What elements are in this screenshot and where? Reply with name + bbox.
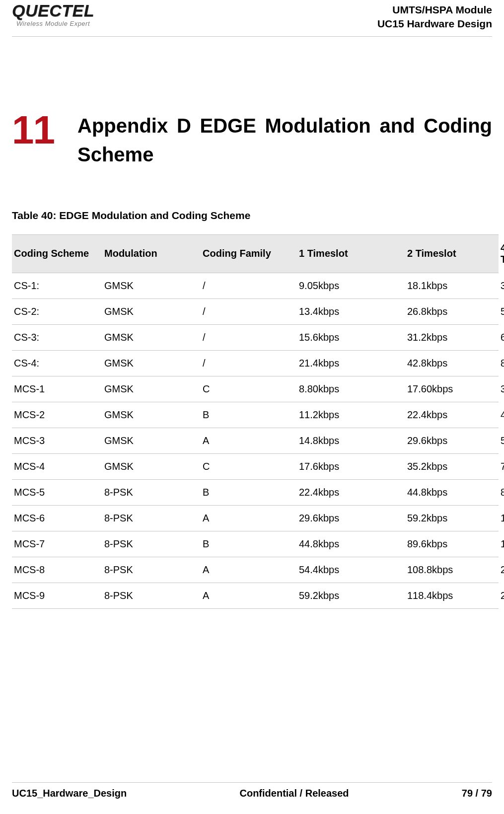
table-cell: GMSK — [102, 376, 201, 402]
table-cell: GMSK — [102, 324, 201, 350]
table-cell: 17.6kbps — [297, 453, 405, 479]
table-cell: 11.2kbps — [297, 402, 405, 428]
col-2-timeslot: 2 Timeslot — [405, 234, 499, 273]
table-row: MCS-78-PSKB44.8kbps89.6kbps179.2kbps — [12, 531, 499, 557]
col-1-timeslot: 1 Timeslot — [297, 234, 405, 273]
table-cell: MCS-8 — [12, 557, 102, 583]
table-cell: GMSK — [102, 350, 201, 376]
table-cell: 31.2kbps — [405, 324, 499, 350]
table-cell: MCS-3 — [12, 428, 102, 453]
table-cell: 13.4kbps — [297, 298, 405, 324]
table-cell: 9.05kbps — [297, 273, 405, 298]
col-coding-family: Coding Family — [201, 234, 297, 273]
brand-logo: QUECTEL Wireless Module Expert — [12, 2, 94, 27]
table-cell: 14.8kbps — [297, 428, 405, 453]
table-cell: GMSK — [102, 428, 201, 453]
table-cell: 17.60kbps — [405, 376, 499, 402]
table-row: CS-4:GMSK/21.4kbps42.8kbps85.6kbps — [12, 350, 499, 376]
table-cell: A — [201, 557, 297, 583]
table-cell: MCS-7 — [12, 531, 102, 557]
table-cell: GMSK — [102, 298, 201, 324]
table-cell: MCS-2 — [12, 402, 102, 428]
table-cell: 89.6kbps — [405, 531, 499, 557]
table-cell: 15.6kbps — [297, 324, 405, 350]
chapter-number: 11 — [12, 110, 77, 150]
table-cell: B — [201, 479, 297, 505]
document-title: UMTS/HSPA Module UC15 Hardware Design — [377, 2, 492, 31]
table-row: CS-1:GMSK/9.05kbps18.1kbps36.2kbps — [12, 273, 499, 298]
footer-center: Confidential / Released — [239, 788, 349, 799]
table-cell: CS-4: — [12, 350, 102, 376]
table-row: MCS-2GMSKB11.2kbps22.4kbps44.8kbps — [12, 402, 499, 428]
table-cell: A — [201, 428, 297, 453]
table-cell: / — [201, 298, 297, 324]
table-row: MCS-4GMSKC17.6kbps35.2kbps70.4kbps — [12, 453, 499, 479]
logo-tagline: Wireless Module Expert — [16, 20, 90, 27]
footer-left: UC15_Hardware_Design — [12, 788, 127, 799]
table-cell: C — [201, 453, 297, 479]
table-cell: A — [201, 505, 297, 531]
table-cell: MCS-1 — [12, 376, 102, 402]
table-row: CS-2:GMSK/13.4kbps26.8kbps53.6kbps — [12, 298, 499, 324]
table-row: MCS-58-PSKB22.4kbps44.8kbps89.6kbps — [12, 479, 499, 505]
table-cell: 44.8kbps — [405, 479, 499, 505]
table-cell: 42.8kbps — [405, 350, 499, 376]
table-cell: 8-PSK — [102, 557, 201, 583]
table-cell: 8-PSK — [102, 505, 201, 531]
table-cell: 29.6kbps — [297, 505, 405, 531]
logo-text: QUECTEL — [12, 2, 94, 19]
table-cell: 108.8kbps — [405, 557, 499, 583]
table-cell: 26.8kbps — [405, 298, 499, 324]
table-cell: 22.4kbps — [297, 479, 405, 505]
table-cell: 8-PSK — [102, 479, 201, 505]
table-cell: 8-PSK — [102, 531, 201, 557]
table-cell: MCS-5 — [12, 479, 102, 505]
table-row: MCS-88-PSKA54.4kbps108.8kbps217.6kbps — [12, 557, 499, 583]
table-cell: 21.4kbps — [297, 350, 405, 376]
table-cell: CS-2: — [12, 298, 102, 324]
page-header: QUECTEL Wireless Module Expert UMTS/HSPA… — [12, 0, 492, 37]
table-head: Coding Scheme Modulation Coding Family 1… — [12, 234, 499, 273]
table-cell: MCS-6 — [12, 505, 102, 531]
table-cell: 18.1kbps — [405, 273, 499, 298]
table-cell: 59.2kbps — [297, 583, 405, 608]
table-row: MCS-68-PSKA29.6kbps59.2kbps118.4kbps — [12, 505, 499, 531]
table-cell: 22.4kbps — [405, 402, 499, 428]
table-row: MCS-1GMSKC8.80kbps17.60kbps35.20kbps — [12, 376, 499, 402]
table-cell: 44.8kbps — [297, 531, 405, 557]
table-cell: / — [201, 324, 297, 350]
table-cell: 29.6kbps — [405, 428, 499, 453]
table-row: MCS-98-PSKA59.2kbps118.4kbps236.8kbps — [12, 583, 499, 608]
table-caption: Table 40: EDGE Modulation and Coding Sch… — [12, 210, 492, 222]
table-cell: A — [201, 583, 297, 608]
table-row: MCS-3GMSKA14.8kbps29.6kbps59.2kbps — [12, 428, 499, 453]
table-cell: 35.2kbps — [405, 453, 499, 479]
edge-modulation-table: Coding Scheme Modulation Coding Family 1… — [12, 234, 499, 609]
table-cell: B — [201, 531, 297, 557]
table-cell: GMSK — [102, 453, 201, 479]
table-cell: MCS-4 — [12, 453, 102, 479]
doc-title-line2: UC15 Hardware Design — [377, 17, 492, 31]
table-cell: C — [201, 376, 297, 402]
col-coding-scheme: Coding Scheme — [12, 234, 102, 273]
table-cell: / — [201, 273, 297, 298]
table-cell: CS-3: — [12, 324, 102, 350]
footer-right: 79 / 79 — [462, 788, 492, 799]
table-cell: MCS-9 — [12, 583, 102, 608]
table-cell: 8.80kbps — [297, 376, 405, 402]
chapter-heading: 11 Appendix D EDGE Modulation and Coding… — [12, 110, 492, 169]
table-cell: 118.4kbps — [405, 583, 499, 608]
table-cell: / — [201, 350, 297, 376]
table-cell: GMSK — [102, 273, 201, 298]
chapter-title: Appendix D EDGE Modulation and Coding Sc… — [77, 110, 492, 169]
table-cell: B — [201, 402, 297, 428]
table-cell: 8-PSK — [102, 583, 201, 608]
col-modulation: Modulation — [102, 234, 201, 273]
doc-title-line1: UMTS/HSPA Module — [377, 3, 492, 17]
table-header-row: Coding Scheme Modulation Coding Family 1… — [12, 234, 499, 273]
table-cell: 59.2kbps — [405, 505, 499, 531]
table-body: CS-1:GMSK/9.05kbps18.1kbps36.2kbpsCS-2:G… — [12, 273, 499, 608]
table-cell: GMSK — [102, 402, 201, 428]
table-cell: 54.4kbps — [297, 557, 405, 583]
page-footer: UC15_Hardware_Design Confidential / Rele… — [12, 782, 492, 799]
